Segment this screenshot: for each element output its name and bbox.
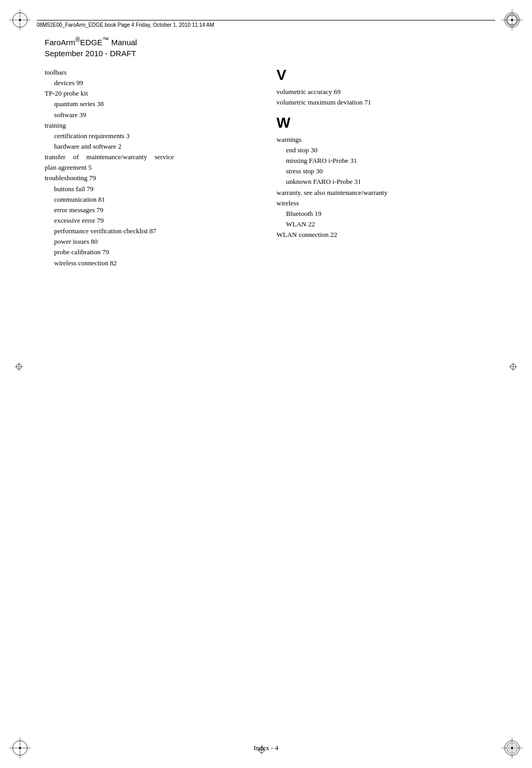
left-column: toolbars devices 99 TP-20 probe kit quan…	[45, 67, 256, 268]
corner-mark-tl	[9, 9, 30, 30]
list-item: probe calibration 79	[45, 247, 256, 257]
list-item: warranty. see also maintenance/warranty	[277, 188, 488, 198]
list-item: Bluetooth 19	[277, 209, 488, 219]
page-number: Index - 4	[254, 744, 278, 752]
list-item: buttons fail 79	[45, 184, 256, 194]
list-item: quantum series 38	[45, 99, 256, 109]
list-item: toolbars	[45, 67, 256, 78]
top-bar: 08M52E00_FaroArm_EDGE.book Page 4 Friday…	[37, 20, 495, 28]
top-bar-text: 08M52E00_FaroArm_EDGE.book Page 4 Friday…	[37, 22, 214, 28]
list-item: volumetric accuracy 69	[277, 87, 488, 97]
list-item: devices 99	[45, 78, 256, 88]
margin-mark-left-mid	[15, 362, 23, 373]
list-item: TP-20 probe kit	[45, 88, 256, 99]
list-item: warnings	[277, 134, 488, 145]
list-item: error messages 79	[45, 205, 256, 215]
list-item: volumetric maximum deviation 71	[277, 97, 488, 108]
header-brand: FaroArm®EDGE™ Manual	[45, 38, 137, 47]
list-item: transfer of maintenance/warranty service	[45, 152, 256, 162]
tm-symbol: ™	[102, 36, 109, 44]
section-header-w: W	[277, 115, 488, 131]
list-item: certification requirements 3	[45, 131, 256, 141]
list-item: end stop 30	[277, 145, 488, 155]
list-item: software 39	[45, 110, 256, 120]
list-item: troubleshooting 79	[45, 173, 256, 183]
margin-mark-right-mid	[509, 362, 517, 373]
corner-mark-tr	[502, 9, 523, 30]
list-item: performance verification checklist 87	[45, 226, 256, 236]
list-item: excessive error 79	[45, 215, 256, 226]
header-title: FaroArm®EDGE™ Manual September 2010 - DR…	[45, 36, 487, 59]
list-item: stress stop 30	[277, 166, 488, 177]
list-item: wireless	[277, 198, 488, 209]
list-item: communication 81	[45, 194, 256, 205]
main-content: toolbars devices 99 TP-20 probe kit quan…	[45, 67, 487, 736]
page: 08M52E00_FaroArm_EDGE.book Page 4 Friday…	[0, 0, 532, 768]
list-item: hardware and software 2	[45, 141, 256, 152]
section-header-v: V	[277, 67, 488, 84]
list-item: plan agreement 5	[45, 162, 256, 173]
reg-symbol: ®	[75, 36, 80, 44]
footer: Index - 4	[0, 744, 532, 752]
index-columns: toolbars devices 99 TP-20 probe kit quan…	[45, 67, 487, 268]
list-item: wireless connection 82	[45, 258, 256, 268]
list-item: missing FARO i-Probe 31	[277, 155, 488, 166]
list-item: WLAN connection 22	[277, 230, 488, 240]
list-item: unknown FARO i-Probe 31	[277, 177, 488, 187]
list-item: power issues 80	[45, 236, 256, 247]
header: FaroArm®EDGE™ Manual September 2010 - DR…	[45, 36, 487, 59]
right-column: V volumetric accuracy 69 volumetric maxi…	[277, 67, 488, 268]
list-item: training	[45, 120, 256, 131]
header-subtitle: September 2010 - DRAFT	[45, 49, 136, 58]
list-item: WLAN 22	[277, 219, 488, 230]
